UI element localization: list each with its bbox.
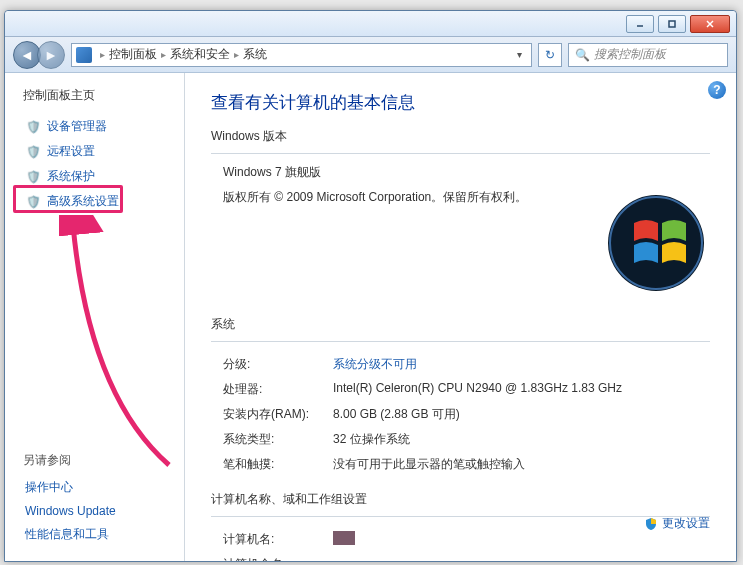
sidebar-link-windows-update[interactable]: Windows Update — [23, 500, 176, 522]
breadcrumb-item[interactable]: 系统和安全 — [170, 46, 230, 63]
kv-cpu: 处理器:Intel(R) Celeron(R) CPU N2940 @ 1.83… — [211, 377, 710, 402]
breadcrumb[interactable]: ▸ 控制面板 ▸ 系统和安全 ▸ 系统 ▾ — [71, 43, 532, 67]
windows-logo-icon — [606, 193, 706, 293]
search-placeholder: 搜索控制面板 — [594, 46, 666, 63]
shield-icon: 🛡️ — [25, 169, 41, 185]
rating-link[interactable]: 系统分级不可用 — [333, 356, 710, 373]
search-input[interactable]: 🔍 搜索控制面板 — [568, 43, 728, 67]
sidebar-link-label: 操作中心 — [25, 479, 73, 496]
chevron-right-icon: ▸ — [161, 49, 166, 60]
body: 控制面板主页 🛡️ 设备管理器 🛡️ 远程设置 🛡️ 系统保护 🛡️ 高级系统设… — [5, 73, 736, 561]
address-bar: ◄ ► ▸ 控制面板 ▸ 系统和安全 ▸ 系统 ▾ ↻ 🔍 搜索控制面板 — [5, 37, 736, 73]
sidebar-related: 另请参阅 操作中心 Windows Update 性能信息和工具 — [23, 452, 176, 547]
sidebar-title: 控制面板主页 — [23, 87, 176, 104]
sidebar-link-label: 性能信息和工具 — [25, 526, 109, 543]
system-section: 系统 分级:系统分级不可用 处理器:Intel(R) Celeron(R) CP… — [211, 316, 710, 477]
kv-full-name: 计算机全名: — [211, 552, 710, 561]
sidebar: 控制面板主页 🛡️ 设备管理器 🛡️ 远程设置 🛡️ 系统保护 🛡️ 高级系统设… — [5, 73, 185, 561]
shield-icon: 🛡️ — [25, 144, 41, 160]
divider — [211, 341, 710, 342]
content: ? 查看有关计算机的基本信息 Windows 版本 Windows 7 旗舰版 … — [185, 73, 736, 561]
help-icon[interactable]: ? — [708, 81, 726, 99]
kv-ram: 安装内存(RAM):8.00 GB (2.88 GB 可用) — [211, 402, 710, 427]
refresh-button[interactable]: ↻ — [538, 43, 562, 67]
section-header-edition: Windows 版本 — [211, 128, 710, 145]
kv-computer-name: 计算机名: — [211, 527, 710, 552]
sidebar-link-advanced-settings[interactable]: 🛡️ 高级系统设置 — [23, 189, 176, 214]
sidebar-link-action-center[interactable]: 操作中心 — [23, 475, 176, 500]
sidebar-link-label: 设备管理器 — [47, 118, 107, 135]
section-header-name: 计算机名称、域和工作组设置 — [211, 491, 710, 508]
sidebar-link-remote-settings[interactable]: 🛡️ 远程设置 — [23, 139, 176, 164]
breadcrumb-item[interactable]: 系统 — [243, 46, 267, 63]
section-header-system: 系统 — [211, 316, 710, 333]
change-settings-link[interactable]: 更改设置 — [644, 515, 710, 532]
maximize-button[interactable] — [658, 15, 686, 33]
redacted-swatch — [333, 531, 355, 545]
kv-pen: 笔和触摸:没有可用于此显示器的笔或触控输入 — [211, 452, 710, 477]
windows-edition: Windows 7 旗舰版 — [223, 164, 710, 181]
sidebar-link-performance[interactable]: 性能信息和工具 — [23, 522, 176, 547]
nav-buttons: ◄ ► — [13, 41, 65, 69]
page-title: 查看有关计算机的基本信息 — [211, 91, 710, 114]
name-section: 计算机名称、域和工作组设置 更改设置 计算机名: 计算机全名: 计算机描述: 工… — [211, 491, 710, 561]
svg-point-4 — [608, 195, 704, 291]
system-window: ◄ ► ▸ 控制面板 ▸ 系统和安全 ▸ 系统 ▾ ↻ 🔍 搜索控制面板 控制面… — [4, 10, 737, 562]
shield-icon: 🛡️ — [25, 194, 41, 210]
forward-button[interactable]: ► — [37, 41, 65, 69]
kv-rating: 分级:系统分级不可用 — [211, 352, 710, 377]
shield-icon — [644, 517, 658, 531]
sidebar-related-title: 另请参阅 — [23, 452, 176, 469]
sidebar-link-label: Windows Update — [25, 504, 116, 518]
chevron-right-icon: ▸ — [234, 49, 239, 60]
sidebar-link-system-protection[interactable]: 🛡️ 系统保护 — [23, 164, 176, 189]
sidebar-link-device-manager[interactable]: 🛡️ 设备管理器 — [23, 114, 176, 139]
divider — [211, 153, 710, 154]
minimize-button[interactable] — [626, 15, 654, 33]
svg-rect-1 — [669, 21, 675, 27]
breadcrumb-dropdown[interactable]: ▾ — [511, 49, 527, 60]
breadcrumb-item[interactable]: 控制面板 — [109, 46, 157, 63]
shield-icon: 🛡️ — [25, 119, 41, 135]
control-panel-icon — [76, 47, 92, 63]
titlebar — [5, 11, 736, 37]
divider — [211, 516, 710, 517]
chevron-right-icon: ▸ — [100, 49, 105, 60]
sidebar-link-label: 系统保护 — [47, 168, 95, 185]
sidebar-link-label: 远程设置 — [47, 143, 95, 160]
search-icon: 🔍 — [575, 48, 590, 62]
sidebar-link-label: 高级系统设置 — [47, 193, 119, 210]
close-button[interactable] — [690, 15, 730, 33]
kv-type: 系统类型:32 位操作系统 — [211, 427, 710, 452]
